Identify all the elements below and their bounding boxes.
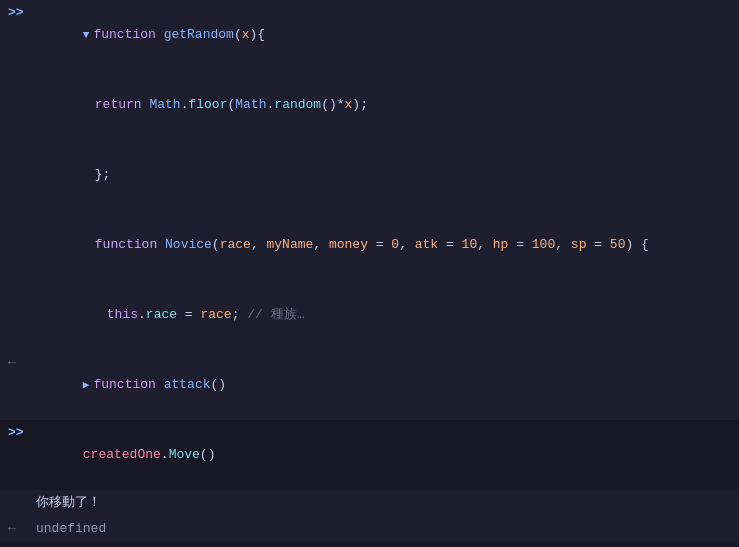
eq1: = bbox=[368, 237, 391, 252]
keyword-function3: function bbox=[93, 377, 155, 392]
arrow-left-icon: ← bbox=[8, 352, 16, 374]
comma4: , bbox=[477, 237, 493, 252]
novice-paren: ( bbox=[212, 237, 220, 252]
eq3: = bbox=[508, 237, 531, 252]
obj-createdone1: createdOne bbox=[83, 447, 161, 462]
undefined-1: undefined bbox=[36, 518, 731, 540]
paren-close: ){ bbox=[250, 27, 266, 42]
prefix-expand: >> bbox=[8, 2, 36, 24]
fn-novice: Novice bbox=[165, 237, 212, 252]
comma5: , bbox=[555, 237, 571, 252]
eq4: = bbox=[586, 237, 609, 252]
method-move: Move bbox=[169, 447, 200, 462]
input-line-attack1: >> createdOne.attack(); bbox=[0, 542, 739, 547]
keyword-return: return bbox=[95, 97, 142, 112]
param-atk: atk bbox=[415, 237, 438, 252]
var-race: race bbox=[200, 307, 231, 322]
keyword-function2: function bbox=[95, 237, 157, 252]
param-myname: myName bbox=[267, 237, 314, 252]
dot-race: . bbox=[138, 307, 146, 322]
dot-move: . bbox=[161, 447, 169, 462]
comma3: , bbox=[399, 237, 415, 252]
code-return-content: return Math.floor(Math.random()*x); bbox=[48, 72, 731, 138]
prefix-input1: >> bbox=[8, 422, 36, 444]
code-thisrace-content: this.race = race; // 種族… bbox=[60, 282, 731, 348]
double-chevron-2: >> bbox=[8, 422, 24, 444]
code-novice-content: function Novice(race, myName, money = 0,… bbox=[48, 212, 731, 278]
keyword-function: function bbox=[93, 27, 155, 42]
result-undefined1: ← undefined bbox=[0, 516, 739, 542]
math-floor: Math bbox=[149, 97, 180, 112]
keyword-this: this bbox=[107, 307, 138, 322]
prop-race: race bbox=[146, 307, 177, 322]
semi: ); bbox=[352, 97, 368, 112]
semi2: ; bbox=[232, 307, 248, 322]
expand-arrow-icon[interactable]: ▼ bbox=[83, 29, 90, 41]
space bbox=[156, 27, 164, 42]
arrow-left-2: ← bbox=[8, 518, 16, 540]
code-line-return: return Math.floor(Math.random()*x); bbox=[0, 70, 739, 140]
sp1 bbox=[157, 237, 165, 252]
fn-attack: attack bbox=[164, 377, 211, 392]
num-0: 0 bbox=[391, 237, 399, 252]
comma1: , bbox=[251, 237, 267, 252]
paren-open: ( bbox=[234, 27, 242, 42]
param-race: race bbox=[220, 237, 251, 252]
code-closing-content: }; bbox=[48, 142, 731, 208]
parens3: ()* bbox=[321, 97, 344, 112]
attack-parens: () bbox=[210, 377, 226, 392]
code-line-attack-collapsed: ← ▶function attack() bbox=[0, 350, 739, 420]
console-container: >> ▼function getRandom(x){ return Math.f… bbox=[0, 0, 739, 547]
output-move-text: 你移動了！ bbox=[36, 492, 731, 514]
double-chevron-icon: >> bbox=[8, 2, 24, 24]
code-attack-content: ▶function attack() bbox=[36, 352, 731, 418]
num-50: 50 bbox=[610, 237, 626, 252]
move-parens: () bbox=[200, 447, 216, 462]
function-name-getrandom: getRandom bbox=[164, 27, 234, 42]
code-move-content: createdOne.Move() bbox=[36, 422, 731, 488]
param-sp: sp bbox=[571, 237, 587, 252]
code-line-novice: function Novice(race, myName, money = 0,… bbox=[0, 210, 739, 280]
code-line-thisrace: this.race = race; // 種族… bbox=[0, 280, 739, 350]
num-100: 100 bbox=[532, 237, 555, 252]
code-line-getrandom: ▼function getRandom(x){ bbox=[36, 2, 731, 68]
sp2 bbox=[156, 377, 164, 392]
prefix-arrow-left: ← bbox=[8, 352, 36, 374]
output-move: 你移動了！ bbox=[0, 490, 739, 516]
code-line-closing: }; bbox=[0, 140, 739, 210]
math-random: Math bbox=[235, 97, 266, 112]
param-x: x bbox=[242, 27, 250, 42]
method-random: random bbox=[274, 97, 321, 112]
param-hp: hp bbox=[493, 237, 509, 252]
paren-end: ) { bbox=[625, 237, 648, 252]
param-money: money bbox=[329, 237, 368, 252]
input-line-move: >> createdOne.Move() bbox=[0, 420, 739, 490]
closing-brace: }; bbox=[95, 167, 111, 182]
code-block-getrandom: >> ▼function getRandom(x){ bbox=[0, 0, 739, 70]
eq2: = bbox=[438, 237, 461, 252]
method-floor: floor bbox=[188, 97, 227, 112]
num-10: 10 bbox=[462, 237, 478, 252]
comma2: , bbox=[313, 237, 329, 252]
collapse-arrow-icon[interactable]: ▶ bbox=[83, 379, 90, 391]
prefix-result1: ← bbox=[8, 518, 36, 540]
assign: = bbox=[177, 307, 200, 322]
comment-race: // 種族… bbox=[247, 307, 304, 322]
